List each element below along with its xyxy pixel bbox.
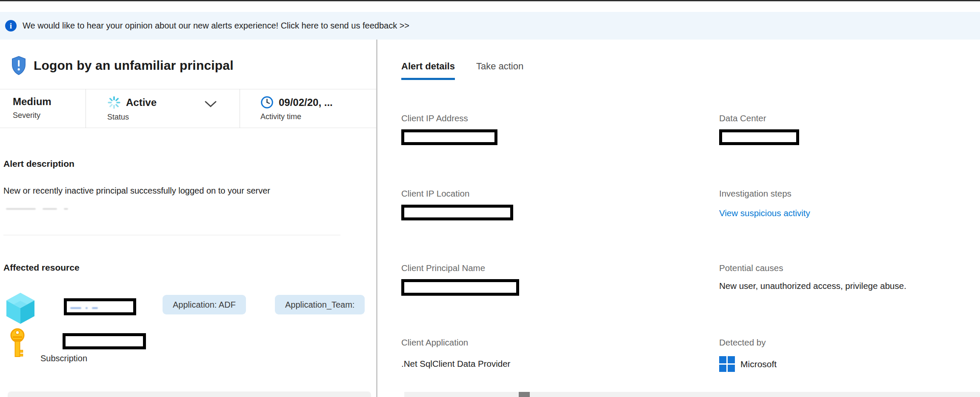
severity-cell: Medium Severity [0,89,86,128]
field-detected-by: Detected by Microsoft [719,337,980,372]
severity-label: Severity [13,111,86,120]
detail-tabs: Alert details Take action [401,61,523,80]
affected-resource-row: Application: ADF Application_Team: [0,291,376,332]
tab-take-action[interactable]: Take action [476,61,523,80]
field-investigation-steps: Investigation steps View suspicious acti… [719,189,980,218]
activity-time-label: Activity time [260,112,376,121]
redaction-box-client-ip-location [401,205,513,220]
feedback-banner: i We would like to hear your opinion abo… [0,12,980,40]
redaction-box-client-principal-name [401,279,519,296]
alert-description-heading: Alert description [3,159,74,169]
redacted-text-remnant [6,205,108,211]
top-spacer [0,1,980,12]
status-value: Active [126,97,157,109]
field-label: Investigation steps [719,189,980,199]
field-client-principal-name: Client Principal Name [401,263,708,296]
client-application-value: .Net SqlClient Data Provider [401,359,708,369]
alert-metrics-bar: Medium Severity [0,89,376,128]
key-icon [9,328,26,360]
field-potential-causes: Potential causes New user, unauthorized … [719,263,980,291]
detected-by-value: Microsoft [740,359,777,369]
resource-tag: Application_Team: [275,295,365,314]
field-label: Potential causes [719,263,980,273]
info-icon: i [5,20,17,31]
activity-time-value: 09/02/20, ... [279,97,333,109]
status-cell[interactable]: Active Status [86,89,240,128]
alert-title: Logon by an unfamiliar principal [34,58,234,73]
field-label: Client Application [401,337,708,348]
spinner-icon [107,96,121,109]
redaction-box-resource-name [64,298,136,315]
field-label: Detected by [719,337,980,348]
feedback-banner-message[interactable]: We would like to hear your opinion about… [23,21,409,31]
horizontal-scrollbar-thumb[interactable] [519,392,530,397]
microsoft-logo [719,356,735,372]
tab-alert-details[interactable]: Alert details [401,61,455,80]
potential-causes-value: New user, unauthorized access, privilege… [719,281,980,291]
field-label: Client IP Address [401,113,708,123]
clock-icon [260,96,274,109]
alert-page: Logon by an unfamiliar principal Medium … [0,40,980,397]
field-client-ip-location: Client IP Location [401,189,708,220]
subscription-row: Subscription [0,328,376,379]
status-label: Status [107,113,240,122]
redaction-box-subscription [63,333,146,349]
field-label: Client Principal Name [401,263,708,273]
field-label: Data Center [719,113,980,123]
affected-resource-heading: Affected resource [3,263,80,273]
resource-tag: Application: ADF [163,295,246,314]
field-client-ip-address: Client IP Address [401,113,708,145]
redaction-box-client-ip [401,129,497,145]
alert-details-panel: Alert details Take action Client IP Addr… [377,40,980,397]
activity-time-cell: 09/02/20, ... Activity time [240,89,376,128]
field-label: Client IP Location [401,189,708,199]
left-bottom-bar [8,391,371,397]
alert-description-text: New or recently inactive principal succe… [3,186,369,196]
field-client-application: Client Application .Net SqlClient Data P… [401,337,708,369]
chevron-down-icon[interactable] [204,100,217,108]
azure-cube-icon [6,292,35,325]
field-data-center: Data Center [719,113,980,145]
subscription-label: Subscription [40,354,87,363]
view-suspicious-activity-link[interactable]: View suspicious activity [719,208,810,218]
shield-alert-icon [11,56,27,75]
alert-header: Logon by an unfamiliar principal [0,40,376,89]
horizontal-scrollbar[interactable] [404,392,980,397]
alert-summary-panel: Logon by an unfamiliar principal Medium … [0,40,377,397]
section-divider [3,235,340,235]
severity-value: Medium [13,96,86,108]
redaction-box-data-center [719,129,799,145]
